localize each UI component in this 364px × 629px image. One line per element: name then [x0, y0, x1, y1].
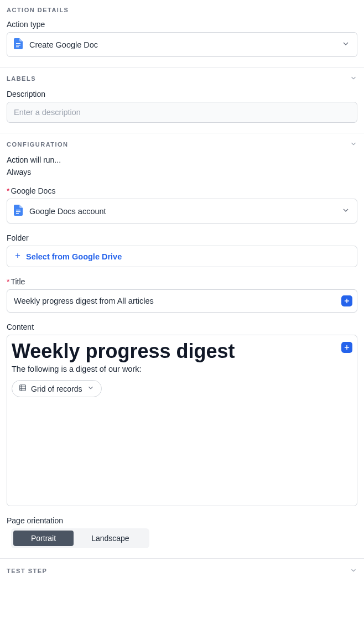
- landscape-button[interactable]: Landscape: [74, 531, 147, 546]
- configuration-header[interactable]: CONFIGURATION: [7, 140, 357, 149]
- portrait-button[interactable]: Portrait: [13, 531, 74, 546]
- google-doc-icon: [14, 205, 23, 217]
- title-field: *Title: [7, 277, 357, 313]
- action-run-value: Always: [7, 168, 357, 176]
- configuration-title: CONFIGURATION: [7, 141, 69, 148]
- svg-rect-3: [16, 210, 20, 210]
- test-step-section: TEST STEP: [0, 558, 364, 583]
- google-docs-field: *Google Docs Google Docs account: [7, 186, 357, 223]
- description-field: Description: [7, 90, 357, 123]
- orientation-label: Page orientation: [7, 516, 357, 525]
- action-run-field: Action will run... Always: [7, 155, 357, 176]
- select-folder-text: Select from Google Drive: [26, 252, 122, 261]
- grid-of-records-chip[interactable]: Grid of records: [12, 380, 102, 397]
- google-doc-icon: [14, 38, 23, 51]
- grid-chip-label: Grid of records: [31, 384, 82, 393]
- insert-token-button[interactable]: [341, 342, 352, 353]
- action-details-section: ACTION DETAILS Action type Create Google…: [0, 0, 364, 67]
- svg-rect-5: [16, 213, 19, 214]
- svg-rect-2: [16, 46, 19, 47]
- orientation-field: Page orientation Portrait Landscape: [7, 516, 357, 548]
- chevron-down-icon: [350, 140, 357, 149]
- required-marker: *: [7, 186, 9, 195]
- action-details-header: ACTION DETAILS: [7, 7, 357, 13]
- content-editor[interactable]: Weekly progress digest The following is …: [7, 335, 357, 506]
- labels-title: LABELS: [7, 75, 36, 82]
- svg-rect-4: [16, 211, 20, 212]
- description-input[interactable]: [7, 102, 357, 123]
- chevron-down-icon: [87, 384, 95, 393]
- folder-field: Folder Select from Google Drive: [7, 233, 357, 267]
- chevron-down-icon: [350, 74, 357, 83]
- action-type-label: Action type: [7, 20, 357, 29]
- labels-section: LABELS Description: [0, 67, 364, 133]
- title-input[interactable]: [11, 294, 341, 308]
- content-heading: Weekly progress digest: [12, 340, 352, 362]
- content-field: Content Weekly progress digest The follo…: [7, 323, 357, 506]
- test-step-header[interactable]: TEST STEP: [7, 566, 357, 575]
- content-label: Content: [7, 323, 357, 331]
- title-label: *Title: [7, 277, 357, 286]
- chevron-down-icon: [341, 206, 350, 216]
- content-subtext: The following is a digest of our work:: [12, 365, 352, 373]
- svg-rect-0: [16, 43, 20, 44]
- action-type-field: Action type Create Google Doc: [7, 20, 357, 57]
- google-docs-account-select[interactable]: Google Docs account: [7, 199, 357, 223]
- chevron-down-icon: [341, 39, 350, 50]
- grid-icon: [19, 384, 27, 393]
- folder-label: Folder: [7, 233, 357, 242]
- title-input-wrapper: [7, 289, 357, 313]
- insert-token-button[interactable]: [341, 295, 352, 306]
- action-details-title: ACTION DETAILS: [7, 7, 69, 13]
- svg-rect-8: [20, 385, 26, 391]
- configuration-section: CONFIGURATION Action will run... Always …: [0, 133, 364, 558]
- required-marker: *: [7, 277, 9, 286]
- action-type-select[interactable]: Create Google Doc: [7, 32, 357, 57]
- plus-icon: [14, 252, 22, 261]
- labels-header[interactable]: LABELS: [7, 74, 357, 83]
- google-docs-account-value: Google Docs account: [29, 207, 106, 216]
- svg-rect-1: [16, 45, 20, 45]
- chevron-down-icon: [350, 566, 357, 575]
- action-run-label: Action will run...: [7, 155, 357, 164]
- google-docs-label: *Google Docs: [7, 186, 357, 195]
- description-label: Description: [7, 90, 357, 98]
- select-folder-button[interactable]: Select from Google Drive: [7, 246, 357, 267]
- action-type-value: Create Google Doc: [29, 40, 98, 49]
- test-step-title: TEST STEP: [7, 568, 47, 574]
- orientation-toggle: Portrait Landscape: [11, 528, 149, 548]
